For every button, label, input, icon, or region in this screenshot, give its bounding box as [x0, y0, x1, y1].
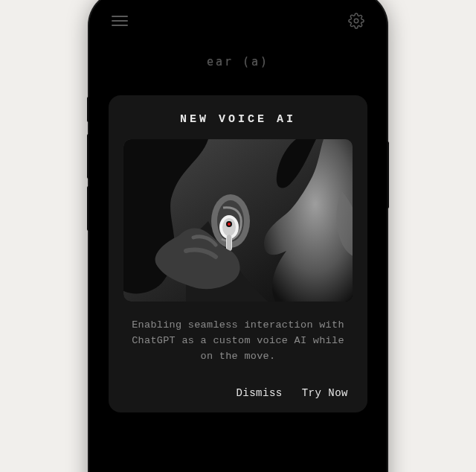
- device-name: ear (a): [97, 55, 379, 68]
- top-bar: [97, 0, 379, 42]
- card-image: [123, 139, 353, 302]
- phone-volume-up: [87, 134, 89, 179]
- svg-point-7: [228, 223, 231, 226]
- phone-side-button: [87, 97, 89, 122]
- svg-rect-9: [227, 235, 231, 251]
- card-body: Enabling seamless interaction with ChatG…: [123, 318, 353, 365]
- voice-ai-card: NEW VOICE AI: [109, 95, 367, 412]
- phone-power-button: [387, 141, 389, 208]
- app-screen: ear (a) NEW VOICE AI: [97, 0, 379, 472]
- phone-volume-down: [87, 186, 89, 231]
- gear-icon[interactable]: [348, 13, 364, 29]
- card-title: NEW VOICE AI: [123, 113, 353, 126]
- svg-point-0: [354, 19, 358, 23]
- phone-frame: ear (a) NEW VOICE AI: [89, 0, 387, 472]
- dismiss-button[interactable]: Dismiss: [236, 387, 282, 399]
- card-actions: Dismiss Try Now: [123, 387, 353, 399]
- menu-icon[interactable]: [112, 16, 128, 26]
- try-now-button[interactable]: Try Now: [302, 387, 348, 399]
